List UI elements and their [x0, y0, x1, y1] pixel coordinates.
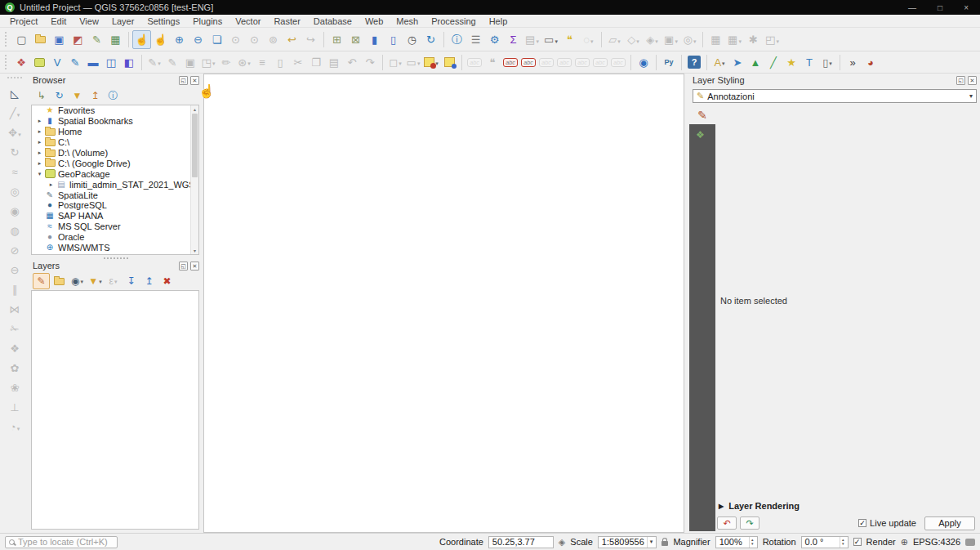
menu-mesh[interactable]: Mesh	[390, 16, 425, 27]
browser-item-c-google-drive[interactable]: ▸C:\ (Google Drive)	[32, 158, 198, 168]
map-canvas[interactable]	[203, 74, 684, 533]
construction-tools-button[interactable]: ╱▾	[4, 104, 25, 123]
browser-item-spatial-bookmarks[interactable]: ▸▮Spatial Bookmarks	[32, 116, 198, 127]
save-project-button[interactable]: ▣	[50, 30, 69, 49]
expand-arrow[interactable]: ▸	[35, 160, 44, 167]
select-annotation-button[interactable]: ➤	[728, 53, 746, 71]
coordinate-input[interactable]: 50.25,3.77	[488, 536, 554, 548]
vertex-tool-button[interactable]: ⊛▾	[235, 53, 253, 71]
undo-button[interactable]: ↶	[343, 53, 361, 71]
show-hide-labels-button[interactable]: abc	[555, 53, 573, 71]
annotation-item-icon[interactable]: ❖	[696, 129, 705, 141]
menu-project[interactable]: Project	[3, 16, 44, 27]
minimize-button[interactable]: —	[908, 3, 916, 12]
menu-processing[interactable]: Processing	[425, 16, 482, 27]
spinner-arrows-icon[interactable]: ▴▾	[840, 537, 844, 548]
rotate-label-button[interactable]: abc	[591, 53, 609, 71]
zoom-out-button[interactable]: ⊖	[189, 30, 207, 49]
field-calculator-button[interactable]: ✱	[744, 30, 763, 49]
copy-features-button[interactable]: ❐	[307, 53, 325, 71]
new-spatialite-layer-button[interactable]: ✎	[66, 53, 84, 71]
browser-item-spatialite[interactable]: ✎SpatiaLite	[32, 190, 198, 200]
styling-close-button[interactable]: ✕	[968, 76, 977, 85]
offset-point-symbol-button[interactable]: ❀	[4, 378, 25, 397]
scale-combo[interactable]: 1:5809556 ▾	[598, 536, 657, 548]
temporal-controller-button[interactable]: ◷	[403, 30, 421, 49]
browser-item-sap-hana[interactable]: ▦SAP HANA	[32, 211, 198, 221]
edit-form-button[interactable]: ▤▾	[523, 30, 541, 49]
browser-item-ms-sql-server[interactable]: ≈MS SQL Server	[32, 221, 198, 232]
chevron-down-icon[interactable]: ▾	[647, 537, 653, 548]
metasearch-button[interactable]: ◉	[635, 53, 653, 71]
new-virtual-layer-button[interactable]: ◧	[120, 53, 138, 71]
pin-unpin-labels-button[interactable]: abc	[537, 53, 555, 71]
layer-rendering-section[interactable]: ▶ Layer Rendering	[719, 501, 800, 511]
browser-item-oracle[interactable]: ●Oracle	[32, 232, 198, 243]
select-features-button[interactable]: ▱▾	[605, 30, 624, 49]
toolbar-overflow-button[interactable]: »	[844, 53, 862, 71]
menu-help[interactable]: Help	[483, 16, 514, 27]
expand-all-button[interactable]: ↧	[122, 273, 140, 289]
select-features-by-value-button[interactable]: ◇▾	[624, 30, 643, 49]
new-line-annotation-button[interactable]: ╱	[764, 53, 782, 71]
rotate-point-symbols-button[interactable]: ✿	[4, 359, 25, 378]
simplify-feature-button[interactable]: ≈	[4, 163, 25, 181]
save-layer-edits-button[interactable]: ▣	[181, 53, 199, 71]
layers-float-button[interactable]: ◱	[179, 262, 188, 271]
zoom-to-layer-button[interactable]: ⊙	[245, 30, 264, 49]
new-gpx-layer-button[interactable]: ◫	[102, 53, 120, 71]
add-ring-button[interactable]: ◎	[4, 182, 25, 201]
layer-actions-button[interactable]: ◰▾	[763, 30, 782, 49]
apply-button[interactable]: Apply	[924, 516, 975, 530]
layers-list[interactable]	[31, 290, 199, 530]
expand-arrow[interactable]: ▸	[35, 118, 44, 124]
current-edits-button[interactable]: ✎▾	[145, 53, 163, 71]
toggle-editing-button[interactable]: ✎	[163, 53, 181, 71]
collapse-all-layers-button[interactable]: ↥	[140, 273, 158, 289]
browser-item-postgresql[interactable]: ●PostgreSQL	[32, 200, 198, 211]
browser-item-vector-tiles[interactable]: ▦Vector Tiles	[32, 253, 198, 255]
annotation-settings-button[interactable]: A▾	[710, 53, 728, 71]
select-by-form-button[interactable]: ▭▾	[404, 53, 422, 71]
advanced-digitizing-tools-button[interactable]: ◺	[4, 84, 25, 103]
deselect-features-button[interactable]: ▣▾	[662, 30, 680, 49]
properties-widget-button[interactable]: ⓘ	[105, 87, 122, 104]
processing-toolbox-button[interactable]: ⚙	[485, 30, 504, 49]
magnifier-spinner[interactable]: 100% ▴▾	[715, 536, 758, 548]
filter-legend-button[interactable]: ▼▾	[87, 273, 104, 289]
lock-scale-icon[interactable]	[662, 541, 668, 546]
layers-close-button[interactable]: ✕	[190, 262, 199, 271]
scrollbar-thumb[interactable]	[192, 114, 198, 177]
reshape-features-button[interactable]: ⋈	[4, 300, 25, 319]
redo-button[interactable]: ↷	[361, 53, 379, 71]
measure-button[interactable]: ▭▾	[541, 30, 560, 49]
browser-scrollbar[interactable]: ▴ ▾	[190, 105, 198, 254]
new-shapefile-layer-button[interactable]: V	[48, 53, 66, 71]
select-by-expression-button[interactable]: ◈▾	[643, 30, 662, 49]
remove-layer-group-button[interactable]: ✖	[158, 273, 176, 289]
render-checkbox[interactable]: ✓	[853, 538, 862, 546]
data-source-manager-button[interactable]: ❖	[12, 53, 30, 71]
manage-map-themes-button[interactable]: ◉▾	[69, 273, 86, 289]
multi-edit-attributes-button[interactable]: ≡	[253, 53, 271, 71]
close-button[interactable]: ×	[964, 3, 969, 12]
expand-arrow[interactable]: ▸	[35, 128, 44, 135]
zoom-next-button[interactable]: ↪	[301, 30, 320, 49]
expand-arrow[interactable]: ▾	[35, 171, 44, 177]
zoom-native-resolution-button[interactable]: ⊚	[264, 30, 283, 49]
pan-to-selection-button[interactable]: ☝	[151, 30, 170, 49]
live-update-checkbox[interactable]: ✓	[858, 519, 866, 527]
show-hidden-labels-button[interactable]: ❝	[483, 53, 501, 71]
delete-ring-button[interactable]: ⊘	[4, 241, 25, 260]
new-annotation-button[interactable]: ▾	[422, 53, 440, 71]
add-selected-layers-button[interactable]: ↳	[33, 87, 50, 104]
invert-selection-button[interactable]: ◎▾	[680, 30, 699, 49]
cut-features-button[interactable]: ✂	[289, 53, 307, 71]
new-polygon-annotation-button[interactable]: ▲	[746, 53, 764, 71]
zoom-in-button[interactable]: ⊕	[170, 30, 189, 49]
new-marker-annotation-button[interactable]: ★	[782, 53, 800, 71]
new-map-view-button[interactable]: ⊞	[327, 30, 346, 49]
browser-item-home[interactable]: ▸Home	[32, 127, 198, 137]
trim-extend-feature-button[interactable]: ⊥	[4, 398, 25, 417]
select-features-rect-button[interactable]: ◻▾	[386, 53, 404, 71]
